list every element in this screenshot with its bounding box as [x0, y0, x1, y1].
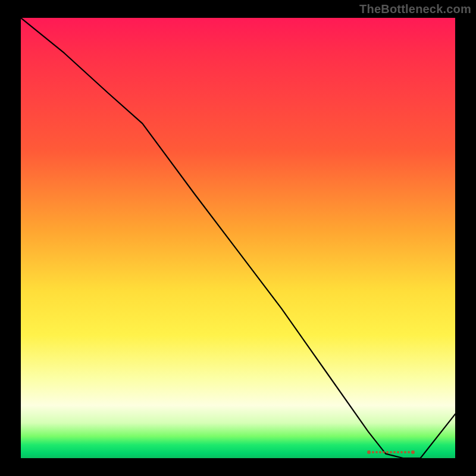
chart-canvas: TheBottleneck.com [0, 0, 476, 476]
marker-dot [411, 450, 415, 454]
marker-dot [390, 451, 392, 453]
marker-dot [379, 451, 381, 453]
marker-dot [375, 451, 378, 453]
marker-dot [367, 450, 371, 454]
plot-area [21, 18, 455, 458]
marker-dot [383, 451, 385, 453]
attribution-label: TheBottleneck.com [359, 2, 471, 16]
optimal-range-marker [367, 450, 421, 454]
marker-dot [393, 451, 396, 453]
marker-dot [386, 451, 389, 453]
marker-dot [372, 451, 374, 453]
marker-dot [400, 451, 403, 453]
curve-path [21, 18, 455, 458]
marker-dot [408, 451, 410, 453]
marker-dot [397, 451, 399, 453]
bottleneck-curve [21, 18, 455, 458]
marker-dot [404, 451, 406, 453]
